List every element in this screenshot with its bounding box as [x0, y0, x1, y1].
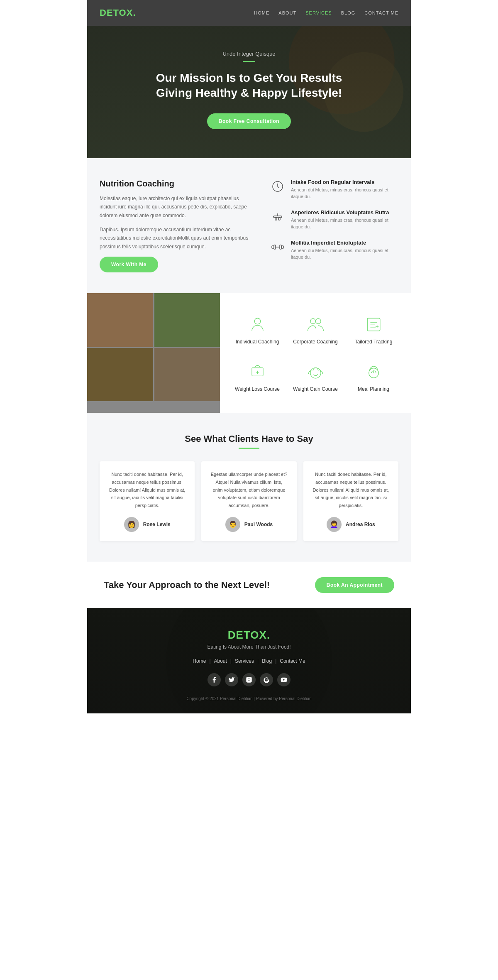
facebook-icon[interactable]	[208, 673, 221, 686]
cta-section: Take Your Approach to the Next Level! Bo…	[87, 562, 411, 608]
footer-link-contact[interactable]: Contact Me	[280, 658, 305, 664]
feature-text-1: Intake Food on Regular Intervals Aenean …	[291, 179, 398, 200]
corporate-coaching-icon	[305, 314, 326, 335]
svg-point-22	[310, 368, 320, 378]
instagram-icon[interactable]	[242, 673, 256, 686]
footer-logo: DETOX.	[100, 629, 398, 642]
svg-rect-7	[274, 245, 276, 249]
svg-point-12	[315, 318, 321, 324]
footer-links: Home | About | Services | Blog | Contact…	[100, 658, 398, 664]
dumbbells-icon	[270, 240, 285, 255]
footer: DETOX. Eating Is About More Than Just Fo…	[87, 608, 411, 713]
services-section: Individual Coaching Corporate Coaching	[87, 293, 411, 413]
testimonial-card-3: Nunc taciti donec habitasse. Per id, acc…	[303, 461, 398, 541]
service-tailored-tracking[interactable]: Tailored Tracking	[344, 306, 403, 353]
service-weight-loss[interactable]: Weight Loss Course	[228, 353, 286, 400]
nav-links: HOME ABOUT SERVICES BLOG CONTACT ME	[254, 10, 398, 15]
svg-point-10	[254, 318, 260, 324]
nutrition-right: Intake Food on Regular Intervals Aenean …	[270, 179, 398, 270]
svg-rect-2	[275, 218, 277, 220]
feature-item-2: Asperiores Ridiculus Voluptates Rutra Ae…	[270, 209, 398, 230]
tailored-tracking-icon	[363, 314, 384, 335]
hero-title: Our Mission Is to Get You Results Giving…	[145, 71, 353, 101]
footer-tagline: Eating Is About More Than Just Food!	[100, 644, 398, 650]
nav-blog[interactable]: BLOG	[341, 10, 356, 15]
footer-link-home[interactable]: Home	[193, 658, 206, 664]
testimonial-author-2: 👨 Paul Woods	[210, 517, 287, 532]
testimonial-author-3: 👩‍🦱 Andrea Rios	[312, 517, 389, 532]
author-avatar-1: 👩	[124, 517, 139, 532]
footer-link-blog[interactable]: Blog	[262, 658, 272, 664]
hero-section: Unde Integer Quisque Our Mission Is to G…	[87, 26, 411, 158]
google-icon[interactable]	[260, 673, 273, 686]
nav-home[interactable]: HOME	[254, 10, 269, 15]
hero-cta-button[interactable]: Book Free Consultation	[207, 113, 291, 129]
nutrition-para2: Dapibus. Ipsum doloremque accusantium in…	[100, 225, 254, 251]
service-weight-gain[interactable]: Weight Gain Course	[286, 353, 344, 400]
weight-gain-icon	[305, 361, 326, 382]
meal-planning-icon	[363, 361, 384, 382]
testimonial-text-1: Nunc taciti donec habitasse. Per id, acc…	[109, 470, 186, 509]
testimonial-author-1: 👩 Rose Lewis	[109, 517, 186, 532]
svg-rect-8	[280, 245, 281, 249]
footer-copyright: Copyright © 2021 Personal Dietitian | Po…	[100, 696, 398, 701]
author-avatar-2: 👨	[225, 517, 240, 532]
twitter-icon[interactable]	[225, 673, 238, 686]
youtube-icon[interactable]	[277, 673, 290, 686]
nutrition-section: Nutrition Coaching Molestias eaque, iure…	[87, 158, 411, 293]
hero-divider	[243, 61, 255, 62]
nutrition-para1: Molestias eaque, iure architecto qui ex …	[100, 194, 254, 220]
nutrition-left: Nutrition Coaching Molestias eaque, iure…	[100, 179, 254, 272]
cta-title: Take Your Approach to the Next Level!	[104, 580, 270, 590]
nav-contact[interactable]: CONTACT ME	[364, 10, 398, 15]
svg-point-11	[310, 318, 315, 324]
author-name-3: Andrea Rios	[346, 522, 375, 527]
testimonials-divider	[239, 448, 259, 449]
feature-item-3: Mollitia Imperdiet Enioluptate Aenean du…	[270, 240, 398, 261]
feature-item-1: Intake Food on Regular Intervals Aenean …	[270, 179, 398, 200]
author-name-2: Paul Woods	[244, 522, 273, 527]
testimonial-card-2: Egestas ullamcorper unde placeat et? Atq…	[201, 461, 296, 541]
nav-about[interactable]: ABOUT	[278, 10, 296, 15]
scales-icon	[270, 209, 285, 224]
svg-rect-1	[273, 216, 282, 218]
author-name-1: Rose Lewis	[143, 522, 171, 527]
testimonials-title: See What Clients Have to Say	[100, 434, 398, 444]
testimonials-grid: Nunc taciti donec habitasse. Per id, acc…	[100, 461, 398, 541]
services-image	[87, 293, 220, 413]
logo[interactable]: DETOX.	[100, 7, 136, 18]
testimonial-text-3: Nunc taciti donec habitasse. Per id, acc…	[312, 470, 389, 509]
svg-rect-13	[367, 318, 380, 331]
svg-rect-25	[246, 677, 251, 682]
footer-link-services[interactable]: Services	[235, 658, 254, 664]
nav-services[interactable]: SERVICES	[305, 10, 332, 15]
hero-subtitle: Unde Integer Quisque	[104, 51, 394, 57]
footer-link-about[interactable]: About	[214, 658, 227, 664]
food-intervals-icon	[270, 179, 285, 194]
svg-rect-3	[278, 218, 280, 220]
services-grid: Individual Coaching Corporate Coaching	[220, 293, 411, 413]
cta-button[interactable]: Book An Appointment	[315, 577, 394, 593]
service-meal-planning[interactable]: Meal Planning	[344, 353, 403, 400]
svg-point-23	[369, 368, 378, 377]
testimonial-text-2: Egestas ullamcorper unde placeat et? Atq…	[210, 470, 287, 509]
feature-text-2: Asperiores Ridiculus Voluptates Rutra Ae…	[291, 209, 398, 230]
individual-coaching-icon	[247, 314, 268, 335]
testimonials-section: See What Clients Have to Say Nunc taciti…	[87, 413, 411, 561]
author-avatar-3: 👩‍🦱	[327, 517, 342, 532]
navbar: DETOX. HOME ABOUT SERVICES BLOG CONTACT …	[87, 0, 411, 26]
social-icons	[100, 673, 398, 686]
service-corporate-coaching[interactable]: Corporate Coaching	[286, 306, 344, 353]
weight-loss-icon	[247, 361, 268, 382]
feature-text-3: Mollitia Imperdiet Enioluptate Aenean du…	[291, 240, 398, 261]
nutrition-title: Nutrition Coaching	[100, 179, 254, 189]
service-individual-coaching[interactable]: Individual Coaching	[228, 306, 286, 353]
nutrition-cta-button[interactable]: Work With Me	[100, 257, 158, 272]
testimonial-card-1: Nunc taciti donec habitasse. Per id, acc…	[100, 461, 195, 541]
